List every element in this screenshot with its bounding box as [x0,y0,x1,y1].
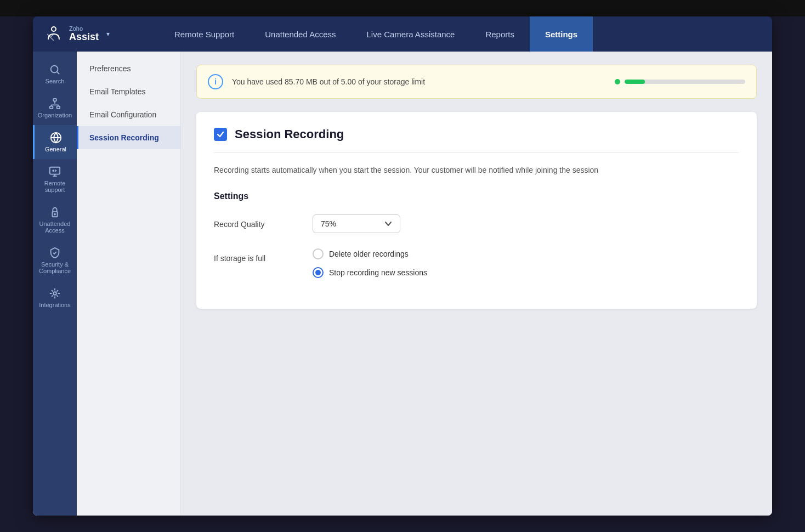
logo-icon [44,24,64,44]
submenu-session-recording[interactable]: Session Recording [77,126,180,149]
radio-stop-recording[interactable]: Stop recording new sessions [313,267,739,278]
storage-full-label: If storage is full [214,248,302,263]
svg-rect-5 [57,106,60,109]
record-quality-row: Record Quality 75% [214,214,739,233]
card-header: Session Recording [214,127,739,153]
search-icon [49,64,61,76]
nav-live-camera[interactable]: Live Camera Assistance [352,16,470,52]
svg-point-19 [53,292,56,295]
svg-line-2 [57,72,59,74]
nav-reports[interactable]: Reports [470,16,530,52]
svg-rect-4 [50,106,53,109]
settings-section-title: Settings [214,191,739,201]
storage-full-control: Delete older recordings Stop recording n… [313,248,739,278]
svg-rect-3 [53,99,56,101]
chevron-down-icon [384,220,392,228]
sidebar-submenu: Preferences Email Templates Email Config… [77,52,181,516]
sidebar-item-remote-support[interactable]: Remote support [33,159,77,200]
storage-bar-container [615,79,745,84]
radio-stop-outer [313,267,324,278]
storage-dot [615,79,620,84]
nav-settings[interactable]: Settings [530,16,593,52]
security-icon [49,247,61,259]
session-recording-card: Session Recording Recording starts autom… [196,112,757,309]
nav-remote-support[interactable]: Remote Support [159,16,250,52]
submenu-email-configuration[interactable]: Email Configuration [77,103,180,126]
info-banner: i You have used 85.70 MB out of 5.00 of … [196,65,757,99]
storage-bar-fill [625,80,645,84]
radio-group: Delete older recordings Stop recording n… [313,248,739,278]
sidebar-item-general[interactable]: General [33,125,77,159]
sidebar-icons: Search Organization [33,52,77,516]
card-title: Session Recording [235,127,344,142]
general-icon [50,132,62,144]
info-text: You have used 85.70 MB out of 5.00 of yo… [232,77,606,86]
nav-unattended-access[interactable]: Unattended Access [250,16,351,52]
sidebar-item-unattended-access[interactable]: Unattended Access [33,200,77,240]
radio-delete-label: Delete older recordings [329,250,409,258]
storage-bar [625,80,745,84]
record-quality-dropdown[interactable]: 75% [313,214,400,233]
remote-support-icon [49,166,61,178]
logo-assist: Assist [69,32,99,43]
card-description: Recording starts automatically when you … [214,164,739,176]
radio-stop-inner [315,270,321,275]
record-quality-control: 75% [313,214,739,233]
unattended-access-icon [49,206,61,218]
sidebar-item-organization[interactable]: Organization [33,91,77,125]
svg-point-0 [52,27,56,31]
radio-delete-older[interactable]: Delete older recordings [313,248,739,259]
checkmark-icon [217,131,224,138]
logo-chevron[interactable]: ▾ [106,30,110,38]
session-recording-checkbox[interactable] [214,128,227,141]
radio-delete-outer [313,248,324,259]
content-area: i You have used 85.70 MB out of 5.00 of … [181,52,772,516]
info-icon: i [208,74,223,89]
sidebar-item-security[interactable]: Security & Compliance [33,240,77,281]
integrations-icon [49,287,61,299]
organization-icon [49,98,61,110]
sidebar-item-search[interactable]: Search [33,57,77,91]
svg-rect-12 [50,167,60,174]
logo[interactable]: Zoho Assist ▾ [44,24,143,44]
logo-text: Zoho Assist [69,25,99,43]
svg-point-18 [54,214,55,215]
svg-point-1 [51,66,58,73]
record-quality-label: Record Quality [214,214,302,229]
submenu-preferences[interactable]: Preferences [77,57,180,80]
main-layout: Search Organization [33,52,772,516]
sidebar-item-integrations[interactable]: Integrations [33,281,77,315]
svg-point-16 [53,170,54,171]
submenu-email-templates[interactable]: Email Templates [77,80,180,103]
top-navigation: Zoho Assist ▾ Remote Support Unattended … [33,16,772,52]
record-quality-value: 75% [321,219,336,228]
radio-stop-label: Stop recording new sessions [329,268,427,277]
storage-full-row: If storage is full Delete older recordin… [214,248,739,278]
